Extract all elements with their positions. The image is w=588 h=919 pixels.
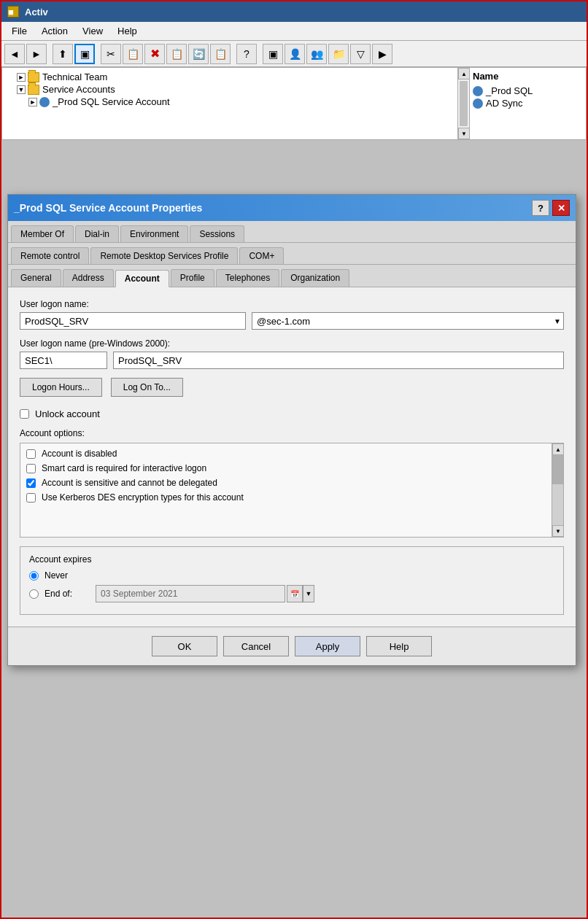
option-smartcard-checkbox[interactable] [26,464,36,473]
tree-scrollbar[interactable]: ▲ ▼ [457,68,469,139]
toolbar-cut[interactable]: ✂ [101,44,121,64]
pre2000-row [20,352,564,369]
list-item[interactable]: ▼ Service Accounts [5,83,454,96]
dialog-footer: OK Cancel Apply Help [8,627,576,665]
unlock-row: Unlock account [20,408,564,419]
menu-help[interactable]: Help [110,23,144,39]
list-item[interactable]: ► _Prod SQL Service Account [5,96,454,108]
menu-view[interactable]: View [75,23,110,39]
tab-organization[interactable]: Organization [281,269,349,287]
toolbar-rename[interactable]: 📋 [166,44,187,64]
domain-dropdown[interactable]: @sec-1.com [252,312,564,330]
list-item[interactable]: AD Sync [473,97,583,109]
option-sensitive-label: Account is sensitive and cannot be deleg… [42,478,217,488]
tab-dialin[interactable]: Dial-in [75,225,119,242]
date-down-arrow[interactable]: ▼ [303,585,314,602]
logon-to-button[interactable]: Log On To... [111,378,183,397]
list-item[interactable]: Account is disabled [20,446,563,461]
toolbar-new-group[interactable]: 👥 [306,44,327,64]
toolbar-delete[interactable]: ✖ [144,44,165,64]
tab-sessions[interactable]: Sessions [190,225,244,242]
toolbar-export[interactable]: 📋 [210,44,231,64]
logon-name-label: User logon name: [20,299,564,309]
toolbar-new-user[interactable]: 👤 [285,44,305,64]
help-button[interactable]: Help [366,636,432,656]
tab-com[interactable]: COM+ [239,247,284,264]
tree-label: _Prod SQL Service Account [53,96,170,107]
list-item[interactable]: ► Technical Team [5,71,454,83]
tab-general[interactable]: General [11,269,61,287]
toolbar-up[interactable]: ⬆ [53,44,73,64]
unlock-label: Unlock account [35,408,100,419]
dialog-help-button[interactable]: ? [532,200,549,216]
cancel-button[interactable]: Cancel [223,636,289,656]
right-pane-item-label: _Prod SQL [486,85,533,96]
list-item[interactable]: _Prod SQL [473,85,583,97]
options-scroll-down[interactable]: ▼ [552,525,564,537]
tree-area: ► Technical Team ▼ Service Accounts ► _P… [2,68,457,139]
apply-button[interactable]: Apply [295,636,360,656]
expand-icon[interactable]: ► [28,98,37,106]
logon-hours-button[interactable]: Logon Hours... [20,378,102,397]
toolbar-forward[interactable]: ► [26,44,47,64]
list-item[interactable]: Account is sensitive and cannot be deleg… [20,476,563,490]
toolbar-new-folder[interactable]: 📁 [328,44,349,64]
tab-address[interactable]: Address [63,269,114,287]
logon-buttons-row: Logon Hours... Log On To... [20,378,564,397]
options-scrollbar[interactable]: ▲ ▼ [552,443,563,537]
toolbar: ◄ ► ⬆ ▣ ✂ 📋 ✖ 📋 🔄 📋 ? ▣ 👤 👥 📁 ▽ ▶ [1,41,587,67]
option-smartcard-label: Smart card is required for interactive l… [42,463,206,473]
tab-row-1: Member Of Dial-in Environment Sessions [8,221,576,243]
calendar-icon[interactable]: 📅 [287,585,303,602]
user-icon [473,98,483,109]
dialog-title-bar: _Prod SQL Service Account Properties ? ✕ [8,195,576,221]
right-pane-header: Name [473,71,583,82]
never-radio[interactable] [29,571,39,581]
date-input[interactable] [96,585,285,602]
tab-member-of[interactable]: Member Of [11,225,74,242]
dialog-close-button[interactable]: ✕ [552,200,570,216]
option-kerberos-checkbox[interactable] [26,493,36,503]
user-icon [473,86,483,96]
username-input[interactable] [113,352,564,369]
prefix-input[interactable] [20,352,107,369]
option-disabled-checkbox[interactable] [26,449,36,459]
scroll-thumb[interactable] [460,81,468,126]
toolbar-help[interactable]: ? [236,44,257,64]
tab-telephones[interactable]: Telephones [216,269,279,287]
toolbar-view1[interactable]: ▣ [263,44,283,64]
scroll-down-arrow[interactable]: ▼ [458,128,470,139]
tab-account[interactable]: Account [115,270,169,287]
unlock-checkbox[interactable] [20,409,29,419]
options-scroll-up[interactable]: ▲ [552,443,564,455]
toolbar-back[interactable]: ◄ [4,44,25,64]
scroll-up-arrow[interactable]: ▲ [458,68,470,80]
option-disabled-label: Account is disabled [42,449,117,459]
toolbar-more[interactable]: ▶ [372,44,392,64]
toolbar-copy[interactable]: 📋 [123,44,143,64]
option-sensitive-checkbox[interactable] [26,478,36,488]
tab-remote-control[interactable]: Remote control [11,247,89,264]
expand-icon[interactable]: ▼ [17,85,26,94]
toolbar-filter[interactable]: ▽ [350,44,371,64]
menu-file[interactable]: File [4,23,34,39]
logon-name-row: @sec-1.com ▼ [20,312,564,330]
tab-rdp[interactable]: Remote Desktop Services Profile [90,247,238,264]
properties-dialog: _Prod SQL Service Account Properties ? ✕… [7,194,576,666]
dialog-body: User logon name: @sec-1.com ▼ User logon… [8,287,576,627]
ok-button[interactable]: OK [152,636,217,656]
expand-icon[interactable]: ► [17,73,26,82]
endof-label: End of: [45,589,72,599]
list-item[interactable]: Smart card is required for interactive l… [20,461,563,476]
tab-environment[interactable]: Environment [120,225,188,242]
app-icon: ■ [7,6,19,18]
toolbar-show-tree[interactable]: ▣ [74,44,95,64]
tab-profile[interactable]: Profile [171,269,214,287]
endof-radio[interactable] [29,589,39,599]
list-item[interactable]: Use Kerberos DES encryption types for th… [20,490,563,505]
toolbar-refresh[interactable]: 🔄 [188,44,209,64]
right-pane-item-label: AD Sync [486,98,523,109]
logon-name-input[interactable] [20,312,246,330]
menu-action[interactable]: Action [34,23,75,39]
never-label: Never [45,570,68,581]
